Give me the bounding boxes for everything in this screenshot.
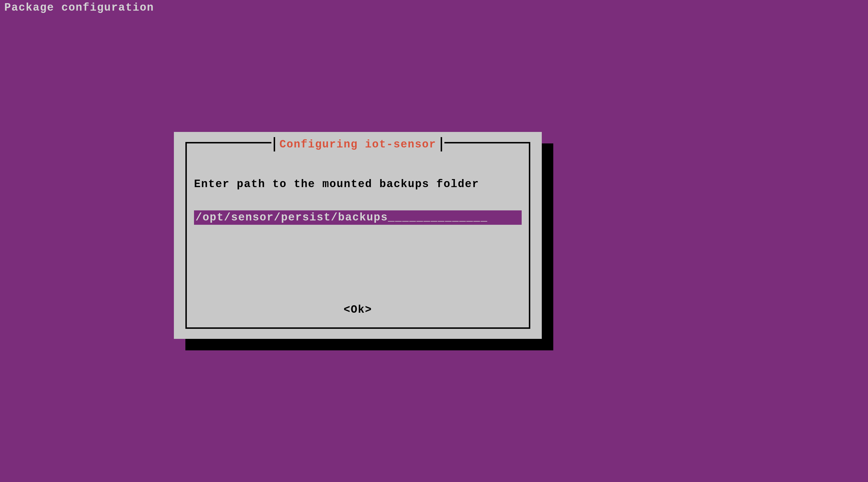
config-dialog: Configuring iot-sensor Enter path to the… xyxy=(174,132,542,339)
dialog-container: Configuring iot-sensor Enter path to the… xyxy=(174,132,542,339)
dialog-frame xyxy=(185,142,530,329)
ok-button[interactable]: <Ok> xyxy=(343,303,372,316)
dialog-content: Enter path to the mounted backups folder… xyxy=(194,178,522,225)
page-title: Package configuration xyxy=(0,0,868,14)
dialog-title: Configuring iot-sensor xyxy=(275,138,441,151)
backups-path-input[interactable]: /opt/sensor/persist/backups_____________… xyxy=(194,210,522,225)
title-bracket-right xyxy=(441,137,442,151)
dialog-title-container: Configuring iot-sensor xyxy=(271,137,444,151)
prompt-text: Enter path to the mounted backups folder xyxy=(194,178,522,190)
